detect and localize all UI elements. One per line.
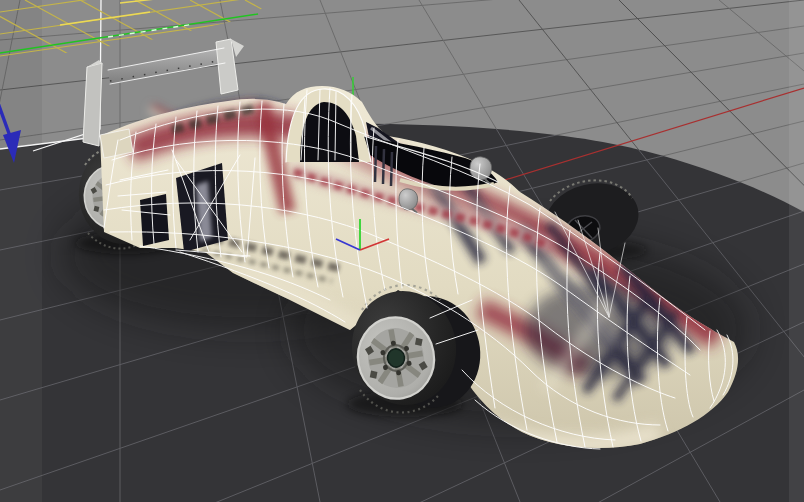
left-wall-band-lower xyxy=(0,146,42,502)
render-canvas[interactable] xyxy=(0,0,804,502)
right-wall-band xyxy=(789,0,804,502)
viewport-3d[interactable] xyxy=(0,0,804,502)
